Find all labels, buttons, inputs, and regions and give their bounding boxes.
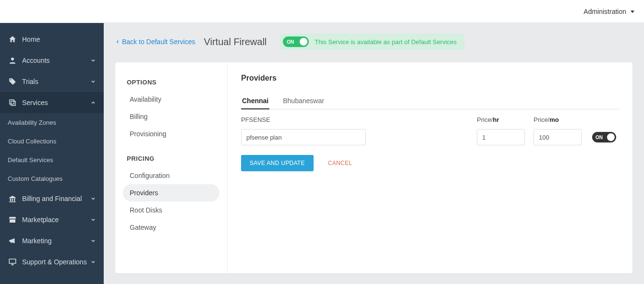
nav-label: Trials xyxy=(22,78,38,85)
nav-marketing[interactable]: Marketing xyxy=(0,230,104,251)
settings-card: OPTIONS Availability Billing Provisionin… xyxy=(115,62,632,273)
nav-trials[interactable]: Trials xyxy=(0,71,104,92)
svg-rect-3 xyxy=(11,101,15,106)
chevron-down-icon xyxy=(90,259,96,265)
main-content: Back to Default Services Virtual Firewal… xyxy=(104,23,644,284)
nav-accounts[interactable]: Accounts xyxy=(0,50,104,71)
tab-bhubaneswar[interactable]: Bhubaneswar xyxy=(282,93,325,109)
nav-label: Support & Operations xyxy=(22,258,87,266)
nav-label: Marketplace xyxy=(22,216,59,224)
price-mo-input[interactable] xyxy=(534,129,582,145)
admin-label: Administration xyxy=(583,8,626,15)
svg-point-0 xyxy=(11,58,14,60)
nav-sub-default-services[interactable]: Default Services xyxy=(0,151,104,169)
nav-sub-availability-zones[interactable]: Availability Zones xyxy=(0,113,104,132)
options-panel: OPTIONS Availability Billing Provisionin… xyxy=(115,62,228,273)
back-label: Back to Default Services xyxy=(122,38,195,46)
pricing-header: PFSENSE Price/hr Price/mo xyxy=(241,116,619,123)
nav-label: Services xyxy=(22,99,48,106)
provider-name-header: PFSENSE xyxy=(241,116,477,123)
chevron-left-icon xyxy=(115,38,120,45)
svg-rect-2 xyxy=(10,100,14,104)
plan-name-input[interactable] xyxy=(241,129,366,145)
chevron-down-icon xyxy=(90,58,96,63)
pricing-heading: PRICING xyxy=(127,155,216,162)
price-hr-header: Price/hr xyxy=(477,116,530,123)
nav-services[interactable]: Services xyxy=(0,92,104,113)
toggle-label: ON xyxy=(287,39,294,45)
pricing-row: ON xyxy=(241,129,619,145)
chevron-up-icon xyxy=(90,100,96,106)
admin-menu[interactable]: Administration xyxy=(583,8,634,15)
user-icon xyxy=(8,56,17,65)
nav-billing-financial[interactable]: Billing and Financial xyxy=(0,188,104,209)
nav-label: Home xyxy=(22,36,40,43)
svg-point-1 xyxy=(10,79,11,80)
megaphone-icon xyxy=(8,236,17,246)
nav-sub-cloud-collections[interactable]: Cloud Collections xyxy=(0,132,104,151)
store-icon xyxy=(8,215,17,225)
toggle-label: ON xyxy=(595,135,603,140)
options-heading: OPTIONS xyxy=(127,79,216,86)
nav-support-operations[interactable]: Support & Operations xyxy=(0,251,104,272)
content-title: Providers xyxy=(241,74,619,83)
option-provisioning[interactable]: Provisioning xyxy=(123,125,219,142)
topbar: Administration xyxy=(0,0,644,23)
home-icon xyxy=(8,35,17,44)
option-configuration[interactable]: Configuration xyxy=(123,167,219,184)
option-billing[interactable]: Billing xyxy=(123,108,219,125)
row-toggle[interactable]: ON xyxy=(592,132,616,142)
chevron-down-icon xyxy=(90,196,96,201)
tab-chennai[interactable]: Chennai xyxy=(241,93,269,109)
option-providers[interactable]: Providers xyxy=(123,184,219,201)
toggle-knob xyxy=(607,133,615,141)
chevron-down-icon xyxy=(90,238,96,244)
region-tabs: Chennai Bhubaneswar xyxy=(241,93,619,109)
caret-down-icon xyxy=(629,8,634,15)
service-toggle[interactable]: ON xyxy=(283,36,309,47)
back-link[interactable]: Back to Default Services xyxy=(115,38,195,46)
nav-marketplace[interactable]: Marketplace xyxy=(0,209,104,230)
nav-sub-custom-catalogues[interactable]: Custom Catalogues xyxy=(0,169,104,188)
save-button[interactable]: SAVE AND UPDATE xyxy=(241,155,314,171)
nav-label: Accounts xyxy=(22,57,50,64)
chevron-down-icon xyxy=(90,217,96,223)
action-buttons: SAVE AND UPDATE CANCEL xyxy=(241,155,619,171)
bank-icon xyxy=(8,194,17,203)
banner-text: This Service is available as part of Def… xyxy=(315,38,457,46)
page-title: Virtual Firewall xyxy=(204,36,267,47)
toggle-knob xyxy=(300,38,307,46)
price-hr-input[interactable] xyxy=(477,129,525,145)
nav-label: Billing and Financial xyxy=(22,195,82,202)
sidebar: Home Accounts Trials Services xyxy=(0,23,104,284)
chevron-down-icon xyxy=(90,79,96,84)
nav-label: Marketing xyxy=(22,237,51,245)
monitor-icon xyxy=(8,257,17,267)
option-gateway[interactable]: Gateway xyxy=(123,219,219,236)
option-availability[interactable]: Availability xyxy=(123,91,219,108)
header-row: Back to Default Services Virtual Firewal… xyxy=(115,34,632,50)
service-status-banner: ON This Service is available as part of … xyxy=(280,34,464,50)
svg-rect-4 xyxy=(9,259,16,263)
cancel-button[interactable]: CANCEL xyxy=(328,160,352,166)
tag-icon xyxy=(8,77,17,86)
price-mo-header: Price/mo xyxy=(534,116,586,123)
option-root-disks[interactable]: Root Disks xyxy=(123,201,219,219)
nav-home[interactable]: Home xyxy=(0,29,104,50)
layers-icon xyxy=(8,98,17,107)
providers-content: Providers Chennai Bhubaneswar PFSENSE Pr… xyxy=(228,62,632,273)
